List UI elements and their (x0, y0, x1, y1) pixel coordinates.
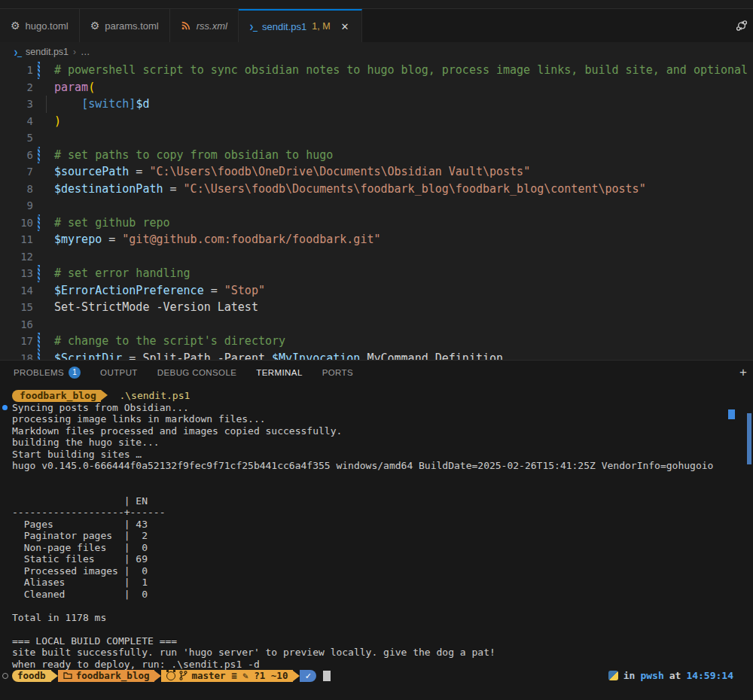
line-number: 10 (0, 215, 33, 232)
powerline-arrow-icon (101, 390, 108, 400)
terminal-output-line: Markdown files processed and images copi… (0, 425, 753, 437)
powershell-icon: ❯_ (249, 23, 257, 31)
title-bar-remnant (0, 0, 753, 9)
editor-line: 15Set-StrictMode -Version Latest (0, 299, 753, 316)
line-number: 9 (0, 197, 33, 215)
tab-sendit-ps1[interactable]: ❯_sendit.ps11, M✕ (239, 9, 363, 42)
folder-icon (63, 671, 72, 680)
editor-line: 8$destinationPath = "C:\Users\foodb\Docu… (0, 181, 753, 198)
editor-line: 9 (0, 197, 753, 215)
line-number: 4 (0, 113, 33, 130)
line-number: 11 (0, 231, 33, 248)
panel-tab-ports[interactable]: PORTS (322, 361, 353, 385)
terminal-output-line: Start building sites … (0, 449, 753, 461)
terminal-output-line (0, 483, 753, 495)
code-text: # set paths to copy from obsidian to hug… (40, 147, 333, 164)
terminal-output-line: Cleaned | 0 (0, 589, 753, 601)
powerline-arrow-icon (51, 671, 58, 681)
prompt-word: at (669, 670, 681, 682)
terminal-output-line: Static files | 69 (0, 553, 753, 565)
terminal-output-line: site built successfully. run 'hugo serve… (0, 647, 753, 659)
prompt-segment--: ✓ (300, 670, 316, 682)
prompt-folder-pill: foodbark_blog (12, 390, 101, 402)
line-number: 14 (0, 282, 33, 300)
panel-tab-output[interactable]: OUTPUT (100, 361, 138, 385)
code-text: Set-StrictMode -Version Latest (40, 299, 258, 316)
panel-tab-terminal[interactable]: TERMINAL (256, 361, 302, 385)
rss-icon (181, 20, 191, 31)
panel-tab-problems[interactable]: PROBLEMS1 (14, 361, 81, 385)
gear-icon: ⚙ (90, 20, 100, 31)
terminal-output-line: Non-page files | 0 (0, 542, 753, 554)
terminal-output-line: Pages | 43 (0, 519, 753, 531)
terminal-output-line: processing image links in markdown files… (0, 413, 753, 425)
tab-params-toml[interactable]: ⚙params.toml (80, 9, 170, 42)
terminal-output-line: Processed images | 0 (0, 565, 753, 577)
prompt-word: in (623, 670, 636, 682)
github-icon (166, 671, 175, 680)
prompt-right-status: inpwshat14:59:14 (608, 670, 733, 682)
command-success-dot (2, 405, 8, 410)
terminal-output-line: when ready to deploy, run: .\sendit.ps1 … (0, 659, 753, 671)
panel-tab-label: TERMINAL (256, 368, 302, 377)
line-number: 3 (0, 96, 33, 113)
powerline-arrow-icon (154, 671, 161, 681)
code-text: $sourcePath = "C:\Users\foodb\OneDrive\D… (40, 163, 530, 181)
terminal[interactable]: foodbark_blog .\sendit.ps1Syncing posts … (0, 385, 753, 700)
editor-line: 16 (0, 316, 753, 333)
line-number: 8 (0, 181, 33, 198)
git-branch-icon (179, 671, 187, 680)
tab-rss-xml[interactable]: rss.xml (170, 9, 239, 42)
problems-count-badge: 1 (69, 367, 81, 379)
close-icon[interactable]: ✕ (339, 20, 352, 33)
line-number: 12 (0, 248, 33, 266)
prompt-segment-foodbark-blog: foodbark_blog (58, 670, 155, 682)
terminal-output-line (0, 472, 753, 484)
tab-hugo-toml[interactable]: ⚙hugo.toml (0, 9, 80, 42)
breadcrumb-file[interactable]: sendit.ps1 (26, 47, 69, 57)
tab-label: params.toml (105, 20, 159, 32)
tab-label: sendit.ps1 (262, 21, 306, 32)
powerline-arrow-icon (293, 671, 300, 681)
terminal-output-line: Total in 1178 ms (0, 612, 753, 624)
new-terminal-button[interactable]: + (739, 361, 747, 385)
code-text: $myrepo = "git@github.com:foodbark/foodb… (40, 231, 380, 248)
powershell-icon: ❯_ (14, 48, 21, 56)
terminal-output-line: Paginator pages | 2 (0, 530, 753, 542)
editor-line: 5 (0, 129, 753, 147)
open-changes-icon[interactable] (735, 19, 748, 32)
panel-tab-debug-console[interactable]: DEBUG CONSOLE (157, 361, 237, 385)
prompt-word: 14:59:14 (686, 670, 733, 682)
editor-line: 14$ErrorActionPreference = "Stop" (0, 282, 753, 300)
editor-line: 13# set error handling (0, 265, 753, 282)
terminal-command-text: .\sendit.ps1 (108, 390, 191, 401)
breadcrumb-symbol-picker[interactable]: … (81, 47, 90, 57)
editor-line: 7$sourcePath = "C:\Users\foodb\OneDrive\… (0, 163, 753, 181)
line-number: 5 (0, 129, 33, 147)
prompt-word: pwsh (640, 670, 663, 682)
editor-line: 4) (0, 113, 753, 130)
breadcrumb-separator: › (73, 47, 76, 57)
tab-modified-badge: 1, M (312, 21, 330, 32)
breadcrumb[interactable]: ❯_ sendit.ps1 › … (0, 42, 753, 62)
terminal-output-line: === LOCAL BUILD COMPLETE === (0, 635, 753, 647)
line-number: 2 (0, 79, 33, 96)
vscode-window: ⚙hugo.toml⚙params.tomlrss.xml❯_sendit.ps… (0, 0, 753, 700)
command-pending-circle (2, 673, 8, 679)
panel-tab-label: OUTPUT (100, 368, 138, 377)
code-text (40, 129, 54, 147)
editor-line: 17# change to the script's directory (0, 333, 753, 350)
code-text: param( (40, 79, 95, 96)
line-number: 7 (0, 163, 33, 181)
panel-tab-label: PORTS (322, 368, 353, 377)
code-text: # change to the script's directory (40, 333, 285, 350)
tab-label: hugo.toml (26, 20, 69, 32)
code-editor[interactable]: 1# powershell script to sync obsidian no… (0, 62, 753, 360)
editor-line: 10# set github repo (0, 215, 753, 232)
code-text (40, 248, 54, 266)
editor-line: 12 (0, 248, 753, 266)
code-text: $ErrorActionPreference = "Stop" (40, 282, 265, 300)
panel-tab-bar: PROBLEMS1OUTPUTDEBUG CONSOLETERMINALPORT… (0, 360, 753, 385)
line-number: 18 (0, 350, 33, 361)
terminal-prompt-line: foodbfoodbark_blogmaster ≡ ✎ ?1 ~10✓inpw… (0, 670, 753, 682)
